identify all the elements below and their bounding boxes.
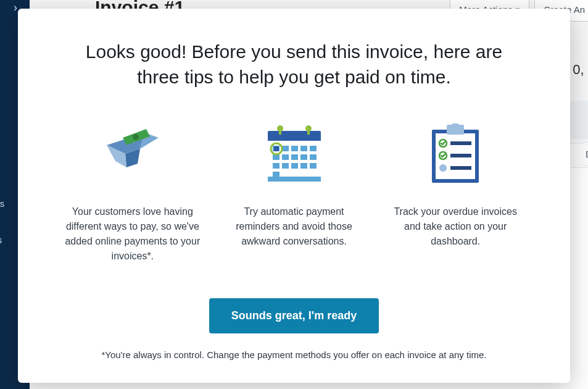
svg-rect-16 (300, 146, 307, 151)
svg-rect-26 (300, 163, 307, 169)
date-fragment: 0, 2 (573, 62, 588, 77)
svg-rect-14 (282, 146, 289, 151)
tip-text: Try automatic payment reminders and avoi… (226, 204, 362, 249)
tip-dashboard: Track your overdue invoices and take act… (384, 120, 527, 264)
status-fragment: Dra (583, 142, 588, 166)
svg-rect-40 (450, 166, 471, 170)
svg-rect-38 (450, 154, 471, 157)
svg-rect-28 (273, 172, 280, 177)
svg-rect-34 (452, 123, 459, 127)
svg-rect-24 (282, 163, 289, 169)
clipboard-checklist-icon (428, 120, 482, 188)
tips-row: Your customers love having different way… (61, 120, 527, 264)
svg-rect-11 (279, 127, 281, 135)
svg-rect-20 (291, 154, 298, 160)
svg-rect-27 (310, 163, 317, 169)
svg-rect-15 (291, 146, 298, 151)
svg-point-39 (439, 164, 447, 172)
svg-rect-36 (450, 141, 471, 145)
sounds-great-button[interactable]: Sounds great, I'm ready (209, 298, 379, 333)
svg-rect-17 (310, 146, 317, 151)
tip-text: Your customers love having different way… (65, 204, 201, 264)
svg-rect-19 (282, 154, 289, 160)
paper-plane-money-icon (102, 120, 164, 188)
svg-rect-12 (307, 127, 310, 135)
background-detail: 0, 2 Dra (573, 62, 588, 78)
chevron-right-icon[interactable]: › (14, 1, 17, 14)
sidebar-item-fragment: s (0, 235, 2, 245)
svg-rect-23 (273, 163, 280, 169)
sidebar-item-fragment: ts (0, 199, 4, 209)
svg-rect-8 (268, 177, 321, 182)
tips-modal: Looks good! Before you send this invoice… (18, 9, 570, 383)
svg-rect-25 (291, 163, 298, 169)
footnote: *You're always in control. Change the pa… (61, 349, 527, 360)
svg-rect-21 (300, 154, 307, 160)
svg-rect-30 (274, 146, 279, 151)
tip-online-payments: Your customers love having different way… (61, 120, 204, 264)
tip-text: Track your overdue invoices and take act… (387, 204, 523, 249)
svg-point-5 (133, 134, 139, 140)
calendar-icon (264, 120, 325, 188)
svg-rect-22 (310, 154, 317, 160)
modal-title: Looks good! Before you send this invoice… (85, 40, 504, 90)
tip-reminders: Try automatic payment reminders and avoi… (223, 120, 366, 264)
